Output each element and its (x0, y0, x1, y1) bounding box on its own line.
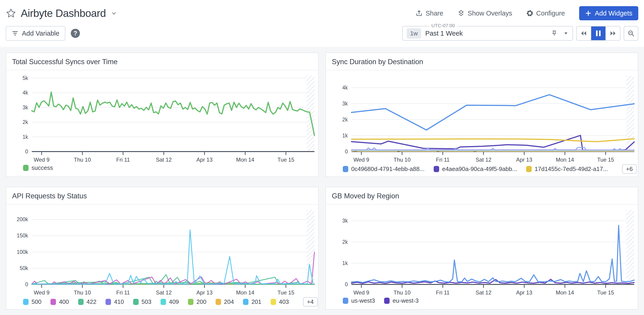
svg-text:3k: 3k (342, 101, 348, 107)
legend-item[interactable]: 422 (78, 298, 96, 306)
legend-swatch (270, 299, 276, 305)
legend-swatch (78, 299, 84, 305)
legend-label: 422 (86, 298, 96, 306)
svg-text:2k: 2k (342, 117, 348, 123)
header-actions: Share Show Overlays Configure (416, 6, 638, 20)
rewind-button[interactable] (577, 26, 591, 40)
legend-label: eu-west-3 (392, 297, 418, 304)
svg-text:4k: 4k (342, 85, 348, 91)
svg-text:Mon 14: Mon 14 (556, 290, 574, 296)
legend-item[interactable]: 17d1455c-7ed5-49d2-a17... (526, 165, 608, 173)
svg-text:Tue 15: Tue 15 (597, 290, 614, 296)
legend-swatch (526, 166, 532, 172)
svg-text:0: 0 (25, 149, 28, 155)
legend-item[interactable]: 410 (106, 298, 124, 306)
share-label: Share (426, 9, 443, 17)
svg-text:50k: 50k (20, 265, 28, 271)
configure-button[interactable]: Configure (526, 9, 565, 17)
legend-swatch (23, 299, 28, 305)
svg-text:Tue 15: Tue 15 (278, 290, 294, 296)
legend-swatch (434, 166, 439, 172)
legend-item[interactable]: eu-west-3 (384, 297, 418, 304)
favorite-star-icon[interactable] (6, 8, 16, 18)
svg-text:Thu 10: Thu 10 (74, 157, 91, 163)
legend-label: us-west3 (351, 297, 375, 304)
legend-label: e4aea90a-90ca-49f5-9abb... (442, 165, 517, 173)
legend-label: 400 (59, 298, 69, 306)
dashboard-header: Airbyte Dashboard Share (0, 0, 644, 47)
chart-canvas-total-successful-syncs: 01k2k3k4k5kWed 9Thu 10Fri 11Sat 12Apr 13… (6, 70, 318, 163)
svg-text:3k: 3k (342, 218, 348, 224)
svg-text:Fri 11: Fri 11 (116, 157, 130, 163)
chart-gb-moved-by-region: 01k2k3kWed 9Thu 10Fri 11Sat 12Apr 13Mon … (326, 205, 638, 296)
chart-total-successful-syncs: 01k2k3k4k5kWed 9Thu 10Fri 11Sat 12Apr 13… (6, 70, 318, 163)
svg-text:Fri 11: Fri 11 (116, 290, 130, 296)
legend-total-successful-syncs: success (6, 164, 318, 171)
legend-label: success (32, 164, 53, 171)
chart-canvas-api-requests-by-status: 050k100k150k200kWed 9Thu 10Fri 11Sat 12A… (6, 205, 318, 296)
legend-item[interactable]: 0c49680d-4791-4ebb-a88... (343, 165, 424, 173)
legend-swatch (133, 299, 138, 305)
legend-item[interactable]: 409 (160, 298, 179, 306)
configure-label: Configure (536, 9, 565, 17)
widget-api-requests-by-status: API Requests by Status 050k100k150k200kW… (6, 187, 318, 310)
legend-item[interactable]: us-west3 (343, 297, 375, 304)
svg-text:1k: 1k (342, 260, 348, 266)
legend-item[interactable]: 400 (50, 298, 69, 306)
legend-gb-moved-by-region: us-west3eu-west-3 (326, 297, 638, 304)
overlays-layers-icon (458, 9, 465, 17)
legend-item[interactable]: 503 (133, 298, 152, 306)
svg-text:Mon 14: Mon 14 (236, 290, 254, 296)
zoom-out-button[interactable] (624, 26, 638, 41)
svg-text:2k: 2k (342, 239, 348, 245)
pause-button[interactable] (591, 26, 606, 40)
time-range-caret-icon[interactable] (564, 31, 568, 36)
legend-swatch (160, 299, 166, 305)
add-widgets-button[interactable]: Add Widgets (579, 6, 638, 20)
svg-text:Thu 10: Thu 10 (394, 290, 410, 296)
legend-item[interactable]: 204 (216, 298, 234, 306)
help-icon[interactable]: ? (71, 29, 80, 38)
time-range-picker[interactable]: UTC-07:00 1w Past 1 Week (402, 26, 573, 41)
widget-gb-moved-by-region: GB Moved by Region 01k2k3kWed 9Thu 10Fri… (326, 187, 638, 310)
legend-more-badge[interactable]: +4 (303, 297, 318, 307)
svg-text:5k: 5k (22, 75, 28, 81)
show-overlays-button[interactable]: Show Overlays (458, 9, 512, 17)
add-variable-button[interactable]: Add Variable (6, 26, 65, 41)
page-title: Airbyte Dashboard (21, 7, 106, 19)
svg-text:3k: 3k (22, 105, 28, 110)
legend-item[interactable]: 403 (270, 298, 289, 306)
legend-label: 17d1455c-7ed5-49d2-a17... (534, 165, 608, 173)
time-range-shortcut[interactable]: 1w (407, 28, 421, 38)
svg-text:0: 0 (345, 149, 348, 155)
legend-item[interactable]: 201 (243, 298, 261, 306)
svg-text:Sat 12: Sat 12 (156, 157, 172, 163)
fast-forward-button[interactable] (606, 26, 620, 40)
legend-item[interactable]: e4aea90a-90ca-49f5-9abb... (434, 165, 517, 173)
share-button[interactable]: Share (416, 9, 443, 17)
chart-canvas-gb-moved-by-region: 01k2k3kWed 9Thu 10Fri 11Sat 12Apr 13Mon … (326, 205, 638, 296)
legend-label: 503 (142, 298, 152, 306)
legend-swatch (216, 299, 221, 305)
widget-sync-duration-by-destination: Sync Duration by Destination 01k2k3k4kWe… (326, 52, 638, 177)
legend-more-badge[interactable]: +6 (622, 164, 637, 174)
svg-text:Apr 13: Apr 13 (516, 157, 532, 163)
legend-item[interactable]: 500 (23, 298, 41, 306)
title-chevron-down-icon[interactable] (110, 9, 118, 17)
title-group: Airbyte Dashboard (6, 7, 118, 19)
widget-grid: Total Successful Syncs over Time 01k2k3k… (0, 47, 644, 310)
legend-api-requests-by-status: 500400422410503409200204201403+4 (6, 297, 318, 307)
legend-item[interactable]: success (23, 164, 53, 171)
pin-icon[interactable] (551, 30, 558, 36)
add-widgets-label: Add Widgets (595, 9, 632, 17)
svg-text:Apr 13: Apr 13 (196, 290, 212, 296)
legend-label: 201 (252, 298, 261, 306)
chart-canvas-sync-duration-by-destination: 01k2k3k4kWed 9Thu 10Fri 11Sat 12Apr 13Mo… (326, 70, 638, 163)
svg-text:Apr 13: Apr 13 (516, 290, 532, 296)
legend-swatch (243, 299, 248, 305)
svg-text:Fri 11: Fri 11 (436, 157, 450, 163)
svg-text:Sat 12: Sat 12 (156, 290, 172, 296)
legend-item[interactable]: 200 (188, 298, 206, 306)
svg-text:Mon 14: Mon 14 (556, 157, 574, 163)
playback-controls (576, 26, 620, 41)
